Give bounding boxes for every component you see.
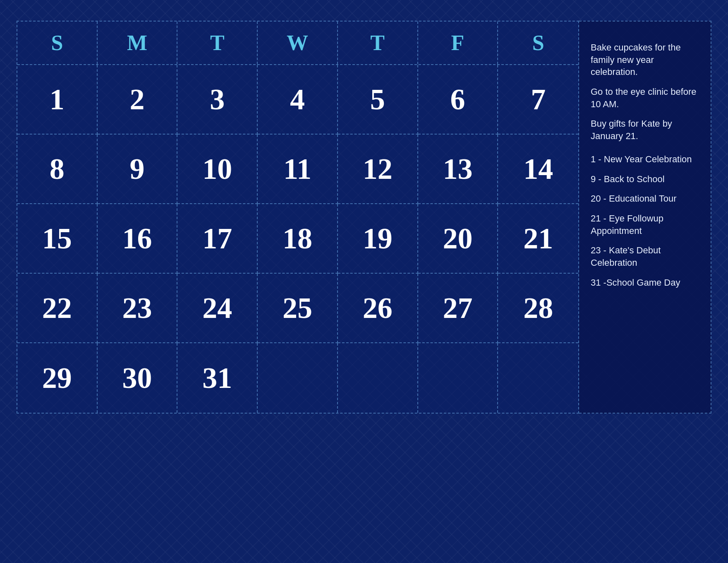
calendar-cell: 31: [177, 343, 258, 413]
day-number: 5: [370, 82, 385, 117]
day-number: 21: [523, 221, 553, 256]
calendar-cell: 14: [498, 135, 578, 204]
day-number: 3: [210, 82, 225, 117]
calendar-cell: 10: [177, 135, 258, 204]
day-number: 20: [443, 221, 472, 256]
day-number: 16: [122, 221, 152, 256]
day-number: 15: [42, 221, 72, 256]
calendar-cell: 28: [498, 274, 578, 343]
day-number: 26: [363, 291, 393, 325]
event-item: 31 -School Game Day: [591, 277, 699, 289]
day-header-mon: M: [98, 22, 178, 64]
day-number: 17: [202, 221, 232, 256]
calendar-cell: 16: [98, 204, 178, 274]
day-number: 10: [202, 152, 232, 186]
day-number: 30: [122, 361, 152, 395]
day-headers-row: S M T W T F S: [17, 22, 578, 65]
calendar-cell: 12: [338, 135, 418, 204]
day-number: 28: [523, 291, 553, 325]
day-header-tue: T: [177, 22, 258, 64]
calendar-cell: 20: [418, 204, 498, 274]
calendar-cell: 3: [177, 65, 258, 135]
day-number: 19: [363, 221, 393, 256]
calendar-cell: 7: [498, 65, 578, 135]
day-number: 2: [130, 82, 145, 117]
calendar-cell: 6: [418, 65, 498, 135]
calendar-cell: 9: [98, 135, 178, 204]
day-number: 23: [122, 291, 152, 325]
calendar-cell: 21: [498, 204, 578, 274]
day-number: 27: [443, 291, 472, 325]
day-number: 7: [531, 82, 546, 117]
calendar-cell: 22: [17, 274, 98, 343]
calendar: S M T W T F S 12345678910111213141516171…: [17, 21, 579, 414]
day-number: 22: [42, 291, 72, 325]
note-item: Buy gifts for Kate by January 21.: [591, 118, 699, 142]
day-header-thu: T: [338, 22, 418, 64]
day-number: 25: [283, 291, 312, 325]
day-number: 1: [50, 82, 65, 117]
calendar-cell: 30: [98, 343, 178, 413]
day-header-fri: F: [418, 22, 498, 64]
note-item: Bake cupcakes for the family new year ce…: [591, 41, 699, 78]
calendar-cell: 1: [17, 65, 98, 135]
day-header-sat: S: [498, 22, 578, 64]
calendar-cell: 11: [258, 135, 338, 204]
day-number: 6: [450, 82, 465, 117]
event-item: 1 - New Year Celebration: [591, 153, 699, 166]
day-header-sun: S: [17, 22, 98, 64]
day-number: 24: [202, 291, 232, 325]
calendar-cell: 13: [418, 135, 498, 204]
calendar-cell: 8: [17, 135, 98, 204]
calendar-cell-empty: [258, 343, 338, 413]
day-number: 9: [130, 152, 145, 186]
day-number: 8: [50, 152, 65, 186]
calendar-cell: 2: [98, 65, 178, 135]
calendar-cell: 15: [17, 204, 98, 274]
day-number: 18: [283, 221, 312, 256]
calendar-cell: 4: [258, 65, 338, 135]
event-item: 9 - Back to School: [591, 173, 699, 185]
calendar-cell: 26: [338, 274, 418, 343]
calendar-cell: 23: [98, 274, 178, 343]
calendar-cell: 18: [258, 204, 338, 274]
calendar-cell: 19: [338, 204, 418, 274]
calendar-grid: 1234567891011121314151617181920212223242…: [17, 65, 578, 413]
day-number: 13: [443, 152, 472, 186]
notes-panel: Bake cupcakes for the family new year ce…: [579, 21, 711, 414]
day-number: 29: [42, 361, 72, 395]
day-number: 4: [290, 82, 305, 117]
calendar-cell-empty: [338, 343, 418, 413]
calendar-cell: 5: [338, 65, 418, 135]
calendar-cell-empty: [418, 343, 498, 413]
calendar-cell: 17: [177, 204, 258, 274]
calendar-cell: 27: [418, 274, 498, 343]
calendar-cell-empty: [498, 343, 578, 413]
day-header-wed: W: [258, 22, 338, 64]
day-number: 12: [363, 152, 393, 186]
day-number: 11: [283, 152, 311, 186]
note-item: Go to the eye clinic before 10 AM.: [591, 86, 699, 110]
day-number: 31: [202, 361, 232, 395]
event-item: 23 - Kate's Debut Celebration: [591, 244, 699, 269]
day-number: 14: [523, 152, 553, 186]
calendar-cell: 24: [177, 274, 258, 343]
calendar-cell: 25: [258, 274, 338, 343]
calendar-cell: 29: [17, 343, 98, 413]
event-item: 21 - Eye Followup Appointment: [591, 212, 699, 237]
event-item: 20 - Educational Tour: [591, 192, 699, 205]
